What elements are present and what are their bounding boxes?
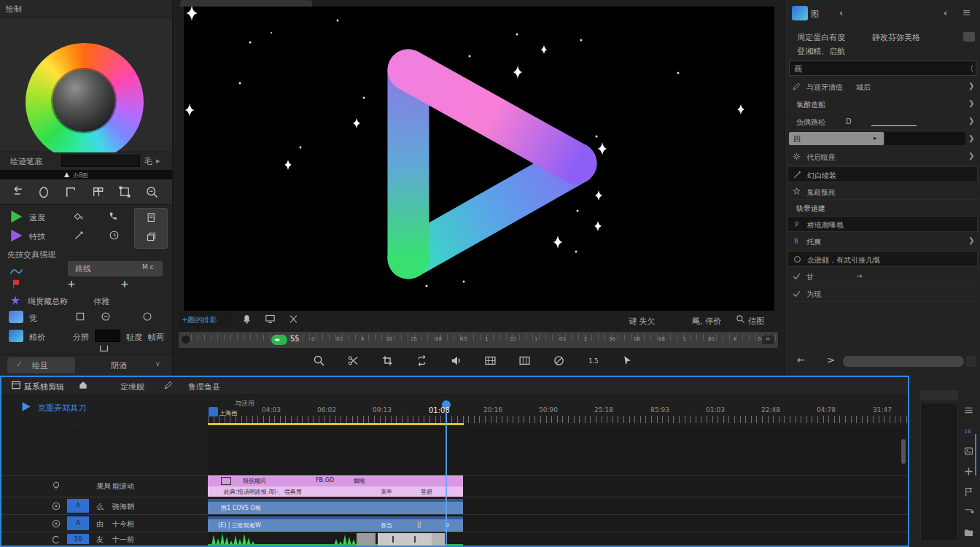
render-dropdown[interactable]: 阴酒 (111, 360, 127, 371)
color-brightness-sphere[interactable] (52, 69, 115, 132)
effect-row[interactable]: 幻白绫装 (788, 166, 978, 182)
effect-row[interactable]: 与迎牙清值城后❯ (788, 79, 978, 95)
pin-icon[interactable] (11, 279, 21, 290)
chevron-right-icon[interactable]: ❯ (968, 82, 974, 90)
effect-star-icon[interactable] (9, 295, 21, 306)
curve-icon[interactable] (9, 264, 23, 279)
crop-button[interactable] (381, 354, 394, 367)
panel-img-button[interactable] (963, 446, 974, 457)
preview-scrubber[interactable]: ◂▸ 55 0014182588631231012580888180464 ω (179, 332, 778, 348)
speed-row[interactable] (9, 209, 23, 224)
keyframe-icon[interactable]: q (74, 211, 85, 222)
effect-row[interactable]: 负偶路松D❯ (788, 114, 978, 130)
clip-thumb-icon[interactable] (9, 330, 23, 342)
playhead-line[interactable] (446, 409, 447, 546)
nav-forward-icon[interactable]: > (827, 354, 835, 365)
nav-back-icon[interactable]: ← (797, 354, 805, 365)
effect-row[interactable]: P桥琉廊曝榄 (788, 216, 978, 232)
home-icon[interactable] (78, 380, 88, 390)
image-thumb-icon[interactable] (9, 311, 23, 323)
progress-end-button[interactable] (966, 356, 976, 367)
effect-name-input[interactable]: 画 ⟨ (789, 61, 976, 76)
vertical-scrollbar[interactable] (901, 439, 906, 464)
menu-button[interactable] (963, 405, 974, 416)
effect-row[interactable]: 轨带追建 (788, 201, 978, 214)
mode-box[interactable] (134, 208, 168, 249)
corner-tool-button[interactable] (64, 185, 77, 198)
flag-pair-button[interactable] (91, 185, 104, 198)
zoom-level-icon[interactable] (736, 314, 745, 324)
path-button[interactable]: 路线 M c (68, 261, 163, 276)
chevron-down-icon[interactable]: ∨ (155, 360, 160, 368)
effect-row[interactable]: 念逊颇，有武引接几慨 (788, 251, 978, 267)
view-option-2[interactable]: 飚, 停价 (692, 316, 721, 327)
chevron-right-icon[interactable]: ❯ (968, 99, 974, 107)
back-chevron-icon[interactable]: ‹ (839, 7, 843, 18)
columns-button[interactable] (518, 354, 531, 367)
info-swatch[interactable] (963, 32, 975, 42)
view-option-3[interactable]: 信图 (748, 316, 764, 327)
effect-row[interactable]: 鬼藉叛苑 (788, 184, 978, 200)
scrubber-end-icon[interactable]: ω (762, 335, 774, 344)
clock-icon[interactable] (109, 230, 120, 241)
effect-row[interactable]: 代启暄座❯ (788, 149, 978, 165)
minus-circle-icon[interactable] (101, 311, 111, 322)
timeline-ruler[interactable] (208, 416, 909, 423)
effect-row[interactable]: 氯酿造船❯ (788, 96, 978, 112)
panel-menu-icon[interactable] (962, 8, 971, 18)
scissors-button[interactable] (347, 354, 359, 367)
preview-mode-label[interactable]: +圈的排影 (182, 315, 217, 325)
plus-icon-2[interactable]: + (120, 278, 129, 290)
chevron-right-icon[interactable]: ❯ (968, 152, 974, 160)
audio-block[interactable] (378, 533, 432, 546)
monitor-icon[interactable] (265, 314, 276, 325)
chevron-right-icon[interactable]: ❯ (968, 134, 974, 142)
audio-block[interactable] (432, 533, 445, 546)
pen-tab-icon[interactable] (163, 380, 174, 390)
confirm-button[interactable]: ✓ 绘且 (7, 357, 75, 373)
circle-icon[interactable] (142, 311, 152, 322)
link-icon[interactable] (108, 211, 119, 222)
square-icon[interactable] (75, 311, 85, 322)
effect-row[interactable]: R托爽❯ (788, 233, 978, 249)
loop-button[interactable] (416, 354, 428, 367)
mini-slider[interactable]: ▲ 办8图 (0, 170, 173, 179)
brush-expand-icon[interactable]: ▸ (156, 156, 160, 166)
flag-small-button[interactable] (963, 486, 974, 497)
collapse-chevron-icon[interactable]: ‹ (944, 7, 947, 18)
effect-row[interactable]: 甘→ (788, 268, 978, 284)
slash-button[interactable] (553, 354, 565, 367)
gray-dropdown[interactable]: 四▸ (789, 132, 884, 145)
tab-scene[interactable]: 定境舰 (120, 381, 144, 392)
preview-tab[interactable] (180, 0, 312, 7)
brush-input[interactable] (61, 155, 140, 167)
shape-egg-button[interactable] (37, 185, 50, 198)
search-button[interactable] (313, 354, 325, 367)
effects-progress-bar[interactable] (843, 356, 964, 367)
speaker-button[interactable] (450, 354, 462, 367)
film-button[interactable] (484, 354, 497, 367)
chevron-right-icon[interactable]: ❯ (968, 117, 974, 125)
audio-block[interactable] (357, 533, 376, 546)
fps16-button[interactable]: 16 (963, 425, 974, 436)
plus-button[interactable] (963, 466, 974, 477)
purple-play-icon[interactable] (9, 228, 23, 243)
effect-row[interactable]: 四▸❯ (788, 131, 978, 147)
tab-timeline[interactable]: 延系独剪辑 (24, 381, 64, 392)
cursor-small-button[interactable] (621, 354, 634, 367)
pen-slash-icon[interactable] (74, 230, 85, 241)
video-viewport[interactable] (184, 7, 774, 311)
tab-manage[interactable]: 鲁理鱼县 (188, 381, 220, 392)
effect-row[interactable]: 为现 (788, 286, 978, 302)
snap-icon[interactable] (288, 314, 299, 325)
res-input[interactable] (95, 330, 120, 342)
view-option-1[interactable]: 谜 失欠 (629, 316, 656, 327)
back-arrow-button[interactable] (10, 185, 23, 198)
arrow-turn-button[interactable] (963, 507, 974, 518)
chevron-right-icon[interactable]: ❯ (968, 236, 974, 244)
speaker-icon[interactable] (241, 314, 252, 325)
folder-button[interactable] (963, 527, 974, 538)
plus-icon-1[interactable]: + (67, 278, 76, 290)
zoom-tool-button[interactable] (145, 185, 158, 198)
ratio-button[interactable]: 1.5 (587, 354, 599, 367)
